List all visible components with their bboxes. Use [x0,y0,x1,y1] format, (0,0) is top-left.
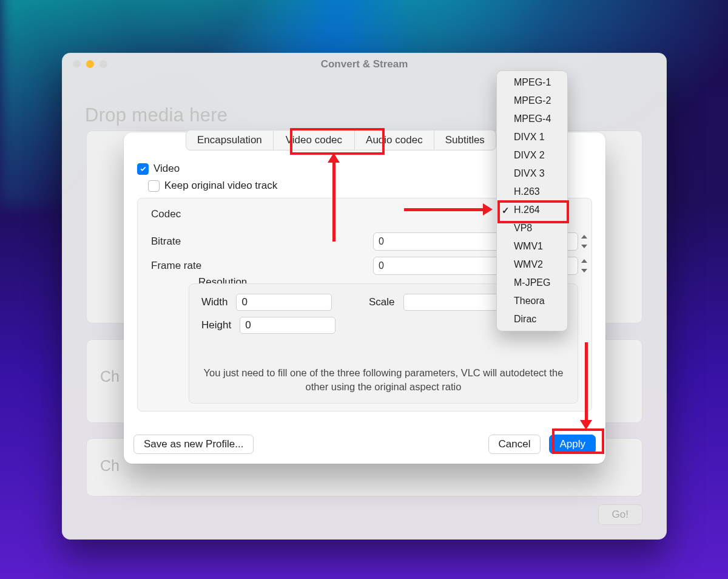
codec-option[interactable]: WMV1 [497,237,567,256]
window-title: Convert & Stream [62,58,667,70]
codec-option-label: Dirac [514,314,536,325]
bitrate-stepper[interactable] [580,234,588,249]
resolution-hint: You just need to fill one of the three f… [201,366,565,393]
codec-option-label: M-JPEG [514,277,550,288]
cancel-label: Cancel [499,438,531,450]
codec-option-label: MPEG-2 [514,95,551,106]
codec-dropdown-menu[interactable]: MPEG-1MPEG-2MPEG-4DIVX 1DIVX 2DIVX 3H.26… [496,70,568,331]
scale-field[interactable] [403,294,508,311]
codec-option-label: DIVX 2 [514,150,545,161]
card-label-fragment: Ch [100,457,120,475]
height-field[interactable]: 0 [240,317,335,334]
save-profile-button[interactable]: Save as new Profile... [133,435,254,454]
codec-option-label: DIVX 1 [514,132,545,143]
tab-label: Audio codec [366,134,423,146]
codec-option-label: MPEG-4 [514,113,551,124]
keep-original-label: Keep original video track [164,180,277,192]
apply-button[interactable]: Apply [549,435,596,454]
save-profile-label: Save as new Profile... [144,438,243,450]
width-label: Width [201,296,228,308]
codec-option-label: WMV1 [514,241,543,252]
dialog-buttons: Save as new Profile... Cancel Apply [133,435,596,454]
tab-label: Video codec [286,134,342,146]
codec-option[interactable]: VP8 [497,219,567,237]
video-checkbox-label: Video [153,163,180,175]
width-field[interactable]: 0 [236,294,332,311]
codec-option[interactable]: WMV2 [497,256,567,274]
codec-option[interactable]: M-JPEG [497,274,567,292]
codec-option-label: H.264 [514,205,540,215]
codec-option-label: H.263 [514,186,540,197]
codec-option-label: DIVX 3 [514,168,545,179]
apply-label: Apply [559,438,585,450]
codec-option-label: VP8 [514,223,532,234]
scale-label: Scale [369,296,395,308]
profile-tabs: Encapsulation Video codec Audio codec Su… [186,130,496,151]
cancel-button[interactable]: Cancel [488,435,541,454]
codec-option[interactable]: Theora [497,292,567,310]
codec-option[interactable]: DIVX 1 [497,128,567,146]
codec-label: Codec [151,208,181,220]
codec-option[interactable]: MPEG-4 [497,110,567,128]
codec-option-label: MPEG-1 [514,77,551,88]
tab-subtitles[interactable]: Subtitles [434,130,496,150]
keep-original-row: Keep original video track [148,180,277,192]
tab-label: Encapsulation [197,134,262,146]
codec-option[interactable]: Dirac [497,310,567,328]
bitrate-value: 0 [379,236,384,247]
codec-option[interactable]: ✓H.264 [497,201,567,219]
framerate-label: Frame rate [151,260,201,272]
codec-option[interactable]: MPEG-1 [497,73,567,92]
codec-option[interactable]: H.263 [497,183,567,201]
codec-option[interactable]: DIVX 3 [497,164,567,183]
bitrate-label: Bitrate [151,235,181,248]
check-icon: ✓ [502,205,510,216]
height-value: 0 [245,319,251,331]
codec-option-label: Theora [514,296,545,306]
tab-label: Subtitles [445,134,485,146]
tab-audio-codec[interactable]: Audio codec [355,130,434,150]
go-button-label: Go! [612,509,629,520]
card-label-fragment: Ch [100,368,120,385]
video-checkbox[interactable] [137,163,149,175]
video-enable-row: Video [137,163,180,175]
codec-option[interactable]: DIVX 2 [497,146,567,164]
tab-video-codec[interactable]: Video codec [274,130,355,150]
framerate-stepper[interactable] [580,259,588,273]
height-label: Height [201,319,231,331]
desktop-wallpaper: Convert & Stream Drop media here Ch Ch G… [0,0,728,579]
codec-option-label: WMV2 [514,259,543,270]
tab-encapsulation[interactable]: Encapsulation [186,130,274,150]
width-value: 0 [241,296,247,308]
framerate-value: 0 [379,260,384,271]
codec-option[interactable]: MPEG-2 [497,92,567,110]
keep-original-checkbox[interactable] [148,180,160,192]
go-button[interactable]: Go! [598,504,642,525]
drop-media-hint: Drop media here [85,104,228,126]
